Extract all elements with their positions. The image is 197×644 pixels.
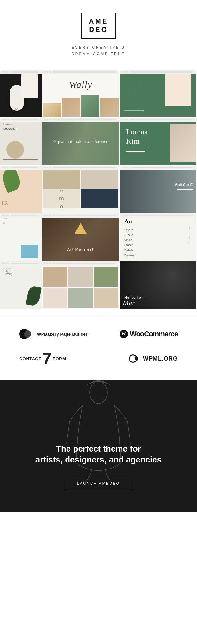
wpml-label: WPML.ORG [143,355,178,362]
art-manifest-label: Art Manifest [42,247,119,251]
cf7-plugin: CONTACT 7 FORM [10,350,95,367]
art-links-list: Layers Create Vision Stories Details Bro… [124,227,134,258]
cf7-label2: FORM [53,356,66,361]
marc-name: Mar [123,299,135,307]
grid-cell-r1c3[interactable] [120,70,196,117]
grid-cell-r2c3[interactable]: LorenaKim [120,118,196,165]
woo-label: WooCommerce [130,330,178,338]
wally-title: Wally [42,79,119,90]
grid-row-5: ◁ DEO ✂ [0,261,197,309]
woo-icon: W [120,330,128,338]
grid-cell-r4c2[interactable]: Art Manifest [42,213,119,261]
screenshot-grid: EHIO Wally [0,66,197,316]
visit-label: Visit Our E [175,183,193,187]
cf7-label1: CONTACT [19,356,42,361]
wpml-logo: WPML.ORG [129,354,178,363]
wpml-plugin: WPML.ORG [102,354,187,363]
page-header: AME DEO EVERY CREATIVE'S DREAM COME TRUE [0,0,197,66]
svg-point-0 [90,381,107,404]
launch-button[interactable]: LAUNCH AMEDEO [64,477,133,490]
grid-cell-r5c1[interactable]: ◁ DEO ✂ [0,261,42,309]
logo-text: AME DEO [89,17,108,34]
amo-text: Amo [59,189,64,208]
wpbakery-plugin: WPBakery Page Builder [10,329,95,339]
cta-section: The perfect theme for artists, designers… [0,380,197,512]
lorena-name: LorenaKim [126,127,148,146]
plugins-section: WPBakery Page Builder W WooCommerce CONT… [0,316,197,380]
art-title: Art [124,218,133,225]
cf7-number: 7 [43,350,52,367]
grid-cell-r3c1[interactable]: rs. [0,166,42,213]
grid-cell-r5c3[interactable]: Hello. I am Mar [120,261,196,309]
grid-cell-r2c1[interactable]: InteriorDecoration [0,118,42,165]
grid-cell-r4c1[interactable]: 928 oi [0,213,42,261]
grid-row-2: InteriorDecoration Digital that makes a … [0,118,197,165]
wpbakery-label: WPBakery Page Builder [37,332,88,337]
cta-figure-decoration [51,380,146,482]
cta-headline: The perfect theme for artists, designers… [10,444,187,465]
grid-cell-r3c3[interactable]: Visit Our E [120,166,196,213]
woocommerce-plugin: W WooCommerce [102,330,187,338]
grid-cell-r3c2[interactable]: Amo [42,166,119,213]
grid-row-1: EHIO Wally [0,70,197,117]
grid-cell-r1c2[interactable]: Wally [42,70,119,117]
logo-box: AME DEO [81,13,116,39]
grid-cell-r4c3[interactable]: Art Layers Create Vision Stories Details… [120,213,196,261]
peach-text: rs. [2,198,9,206]
interior-label: InteriorDecoration [3,122,17,131]
grid-cell-r5c2[interactable] [42,261,119,309]
plugins-grid: WPBakery Page Builder W WooCommerce CONT… [10,329,187,367]
tagline: EVERY CREATIVE'S DREAM COME TRUE [6,44,191,57]
grid-row-3: rs. Amo [0,166,197,213]
grid-cell-r2c2[interactable]: Digital that makes a difference [42,118,119,165]
grid-row-4: 928 oi Art Manifest [0,213,197,261]
digital-label: Digital that makes a difference [53,139,109,144]
grid-cell-r1c1[interactable]: EHIO [0,70,42,117]
